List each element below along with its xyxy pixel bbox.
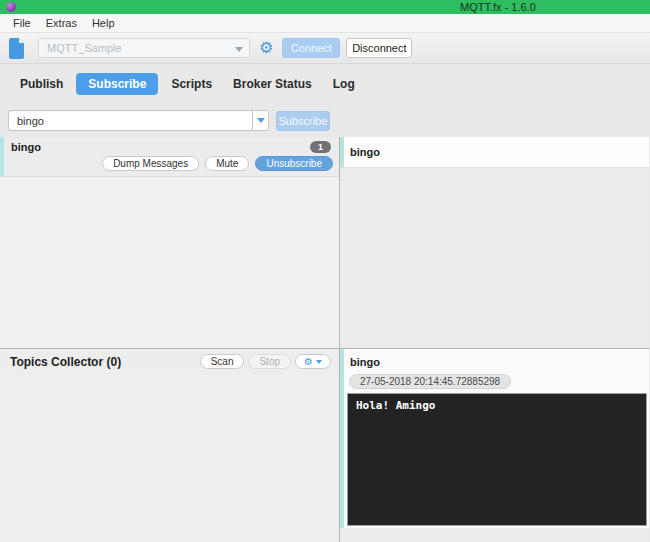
subscribe-bar: Subscribe — [0, 104, 650, 137]
topics-collector-header: Topics Collector (0) Scan Stop ⚙ — [0, 348, 339, 374]
topic-combo — [8, 110, 269, 131]
message-timestamp-badge: 27-05-2018 20:14:45.72885298 — [349, 374, 511, 389]
chevron-down-icon — [257, 118, 265, 123]
menu-bar: File Extras Help — [0, 14, 650, 33]
detail-bottom-strip — [340, 528, 649, 542]
mqttfx-window: MQTT.fx - 1.6.0 File Extras Help ⚙ Conne… — [0, 0, 650, 542]
subscriptions-column: bingo 1 Dump Messages Mute Unsubscribe T… — [0, 137, 340, 542]
gear-icon: ⚙ — [304, 357, 313, 367]
tab-publish[interactable]: Publish — [12, 73, 71, 95]
topics-collector-empty-area — [0, 374, 339, 542]
subscription-item-actions: Dump Messages Mute Unsubscribe — [4, 153, 339, 171]
subscription-accent-strip — [0, 137, 4, 176]
mute-button[interactable]: Mute — [205, 156, 249, 171]
subscription-item-bingo[interactable]: bingo 1 Dump Messages Mute Unsubscribe — [0, 137, 339, 177]
message-topic-label: bingo — [350, 146, 380, 158]
chevron-down-icon — [316, 360, 322, 364]
subscriptions-empty-area — [0, 177, 339, 348]
chevron-down-icon — [235, 47, 243, 52]
tab-subscribe[interactable]: Subscribe — [76, 73, 158, 95]
subscribe-button[interactable]: Subscribe — [276, 111, 330, 131]
connection-profile-select[interactable] — [38, 38, 250, 58]
dump-messages-button[interactable]: Dump Messages — [102, 156, 199, 171]
message-detail-panel: bingo 27-05-2018 20:14:45.72885298 Hola!… — [340, 348, 649, 528]
message-count-badge: 1 — [310, 141, 331, 153]
menu-help[interactable]: Help — [90, 17, 117, 29]
window-title: MQTT.fx - 1.6.0 — [460, 0, 536, 14]
messages-empty-area — [340, 168, 649, 348]
subscription-item-header: bingo 1 — [4, 137, 339, 153]
topic-dropdown-button[interactable] — [252, 110, 269, 131]
message-accent-strip — [340, 137, 344, 167]
app-logo-icon — [6, 2, 16, 12]
detail-topic-label: bingo — [344, 349, 649, 374]
main-tabs: Publish Subscribe Scripts Broker Status … — [0, 64, 650, 104]
subscription-topic-label: bingo — [11, 141, 41, 153]
message-payload-view[interactable]: Hola! Amingo — [347, 393, 647, 526]
connection-toolbar: ⚙ Connect Disconnect — [0, 33, 650, 64]
disconnect-button[interactable]: Disconnect — [346, 38, 412, 58]
subscribe-topic-input[interactable] — [8, 110, 252, 131]
settings-gear-icon[interactable]: ⚙ — [259, 40, 273, 56]
collector-options-button[interactable]: ⚙ — [295, 354, 331, 369]
scan-button[interactable]: Scan — [200, 354, 245, 369]
connect-button[interactable]: Connect — [282, 38, 340, 58]
subscribe-panels: bingo 1 Dump Messages Mute Unsubscribe T… — [0, 137, 650, 542]
tab-log[interactable]: Log — [325, 73, 363, 95]
unsubscribe-button[interactable]: Unsubscribe — [255, 156, 333, 171]
detail-accent-strip — [340, 349, 344, 528]
tab-scripts[interactable]: Scripts — [163, 73, 220, 95]
title-bar: MQTT.fx - 1.6.0 — [0, 0, 650, 14]
topics-collector-actions: Scan Stop ⚙ — [200, 354, 331, 369]
message-row-bingo[interactable]: bingo — [340, 137, 649, 168]
new-profile-file-icon[interactable] — [8, 38, 25, 59]
tab-broker-status[interactable]: Broker Status — [225, 73, 320, 95]
stop-button[interactable]: Stop — [248, 354, 291, 369]
messages-column: bingo bingo 27-05-2018 20:14:45.72885298… — [340, 137, 649, 542]
menu-extras[interactable]: Extras — [44, 17, 79, 29]
menu-file[interactable]: File — [11, 17, 33, 29]
connection-profile-input[interactable] — [39, 39, 249, 57]
topics-collector-title: Topics Collector (0) — [10, 355, 121, 369]
